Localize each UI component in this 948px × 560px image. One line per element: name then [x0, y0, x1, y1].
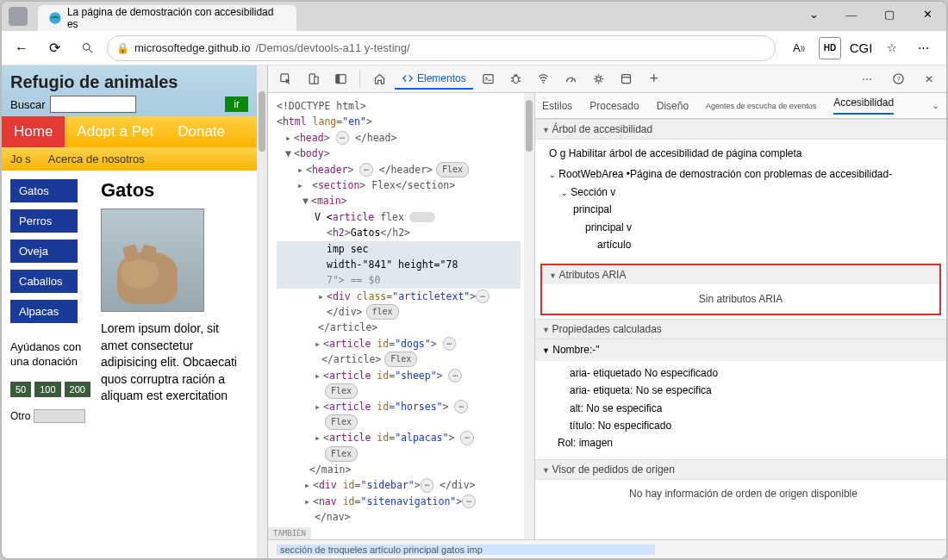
page-scrollbar[interactable] — [257, 65, 267, 558]
favorite-icon[interactable]: ☆ — [881, 37, 903, 59]
devtools-toolbar: Elementos + ⋯ ? ✕ — [268, 65, 946, 93]
a11y-tree-header[interactable]: Árbol de accesibilidad — [535, 119, 946, 140]
source-order-header[interactable]: Visor de pedidos de origen — [535, 459, 946, 480]
elements-tab[interactable]: Elementos — [395, 69, 473, 90]
cat-oveja[interactable]: Oveja — [10, 240, 78, 263]
dock-icon[interactable] — [328, 68, 352, 90]
lock-icon: 🔒 — [116, 42, 129, 54]
cat-perros[interactable]: Perros — [10, 209, 78, 233]
aria-empty: Sin atributos ARIA — [542, 284, 939, 314]
donate-100[interactable]: 100 — [34, 382, 60, 397]
tab-procesado[interactable]: Procesado — [589, 100, 639, 112]
url-path: /Demos/devtools-a11 y-testing/ — [255, 41, 409, 54]
svg-rect-5 — [314, 77, 317, 84]
a11y-root[interactable]: RootWebArea •Página de demostración con … — [558, 168, 892, 180]
hd-icon[interactable]: HD — [819, 37, 841, 59]
address-bar: ← ⟳ 🔒 microsoftedge.github.io/Demos/devt… — [2, 31, 946, 65]
svg-point-1 — [83, 44, 90, 51]
network-icon[interactable] — [532, 68, 556, 90]
elements-tree[interactable]: <!DOCTYPE html> <html lang="en"> ▸<head>… — [268, 93, 535, 539]
site-title: Refugio de animales — [10, 72, 248, 92]
tab-title: La página de demostración con accesibili… — [67, 6, 286, 30]
edge-icon — [48, 11, 62, 25]
dt-more-icon[interactable]: ⋯ — [855, 68, 879, 90]
window-close[interactable]: ✕ — [908, 2, 946, 28]
profile-label[interactable]: CGI — [850, 37, 872, 59]
source-order-empty: No hay información de orden de origen di… — [535, 480, 946, 509]
bug-icon[interactable] — [504, 68, 528, 90]
code-icon — [402, 72, 414, 84]
subnav-item[interactable]: Acerca de nosotros — [40, 147, 153, 171]
dt-help-icon[interactable]: ? — [886, 68, 910, 90]
svg-rect-8 — [483, 75, 493, 84]
dom-breadcrumb[interactable]: sección de troqueles artículo principal … — [268, 539, 946, 558]
read-aloud-icon[interactable]: A)) — [788, 37, 810, 59]
window-minimize[interactable]: — — [833, 2, 870, 28]
window-caret[interactable]: ⌄ — [795, 2, 833, 28]
styles-panel: Estilos Procesado Diseño Agentes de escu… — [535, 93, 946, 539]
donate-200[interactable]: 200 — [65, 382, 90, 397]
nav-adopt[interactable]: Adopt a Pet — [65, 116, 165, 147]
selected-node[interactable]: imp sec — [327, 241, 368, 257]
dt-close-icon[interactable]: ✕ — [917, 68, 941, 90]
cat-gatos[interactable]: Gatos — [10, 179, 78, 202]
svg-point-12 — [596, 77, 601, 81]
article-heading: Gatos — [101, 179, 248, 202]
svg-point-9 — [514, 76, 519, 84]
cat-alpacas[interactable]: Alpacas — [10, 300, 78, 323]
window-titlebar: La página de demostración con accesibili… — [2, 2, 946, 31]
also-label: TAMBIÉN — [268, 527, 311, 539]
elements-scrollbar[interactable] — [524, 93, 534, 539]
cat-image — [101, 208, 204, 312]
url-host: microsoftedge.github.io — [134, 41, 250, 54]
profile-avatar[interactable] — [9, 7, 28, 26]
svg-rect-7 — [335, 75, 339, 84]
svg-line-2 — [89, 49, 92, 53]
tab-diseno[interactable]: Diseño — [657, 100, 689, 112]
site-header: Refugio de animales Buscar ir — [2, 65, 257, 116]
otro-label: Otro — [10, 410, 30, 422]
nav-donate[interactable]: Donate — [165, 116, 237, 147]
search-button[interactable] — [74, 35, 100, 61]
go-button[interactable]: ir — [225, 96, 248, 112]
tab-estilos[interactable]: Estilos — [542, 100, 572, 112]
svg-point-10 — [543, 82, 545, 84]
console-icon[interactable] — [477, 68, 501, 90]
main-nav: Home Adopt a Pet Donate — [2, 116, 257, 147]
article-main: Gatos Lorem ipsum dolor, sit amet consec… — [101, 179, 248, 550]
window-maximize[interactable]: ▢ — [870, 2, 908, 28]
welcome-icon[interactable] — [367, 68, 391, 90]
performance-icon[interactable] — [559, 68, 583, 90]
search-input[interactable] — [50, 96, 136, 113]
svg-rect-13 — [622, 75, 631, 84]
computed-header[interactable]: Propiedades calculadas — [535, 319, 946, 339]
tabs-chevron-icon[interactable]: ⌄ — [932, 100, 939, 111]
aria-header[interactable]: Atributos ARIA — [542, 265, 939, 284]
donate-50[interactable]: 50 — [10, 382, 31, 397]
app-icon[interactable] — [614, 68, 639, 90]
tab-accesibilidad[interactable]: Accesibilidad — [833, 96, 894, 115]
otro-input[interactable] — [34, 409, 85, 423]
inspect-icon[interactable] — [273, 68, 297, 90]
back-button[interactable]: ← — [9, 35, 34, 61]
more-icon[interactable]: ⋯ — [912, 37, 934, 59]
enable-full-tree[interactable]: O g Habilitar árbol de accesibilidad de … — [549, 145, 938, 162]
article-text: Lorem ipsum dolor, sit amet consectetur … — [101, 320, 248, 405]
add-tab-icon[interactable]: + — [642, 68, 666, 90]
search-label: Buscar — [10, 98, 45, 111]
tab-listeners[interactable]: Agentes de escucha de eventos — [706, 102, 816, 110]
browser-tab[interactable]: La página de demostración con accesibili… — [38, 5, 296, 31]
refresh-button[interactable]: ⟳ — [41, 35, 67, 61]
rendered-page: Refugio de animales Buscar ir Home Adopt… — [2, 65, 257, 558]
aria-attributes-section: Atributos ARIA Sin atributos ARIA — [540, 264, 941, 315]
side-tabs: Estilos Procesado Diseño Agentes de escu… — [535, 93, 946, 119]
donate-amounts: 50 100 200 — [10, 382, 90, 397]
memory-icon[interactable] — [587, 68, 611, 90]
nav-home[interactable]: Home — [2, 116, 65, 147]
cat-caballos[interactable]: Caballos — [10, 270, 78, 293]
device-icon[interactable] — [301, 68, 325, 90]
sub-nav: Jo s Acerca de nosotros — [2, 147, 257, 171]
url-field[interactable]: 🔒 microsoftedge.github.io/Demos/devtools… — [107, 35, 776, 61]
svg-text:?: ? — [896, 75, 900, 83]
svg-line-11 — [571, 79, 574, 83]
